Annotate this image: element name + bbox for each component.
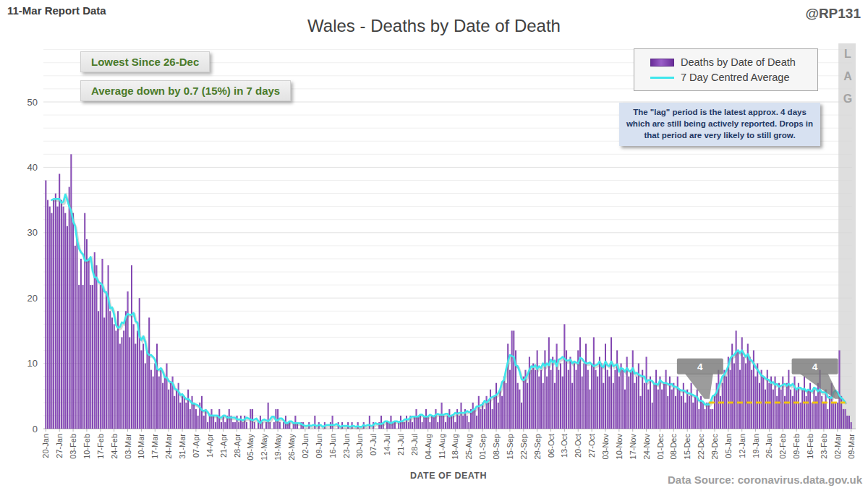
svg-text:28-Apr: 28-Apr: [233, 434, 242, 458]
annotation-lowest-since: Lowest Since 26-Dec: [80, 51, 210, 72]
svg-text:40: 40: [27, 162, 38, 173]
svg-text:22-Sep: 22-Sep: [519, 434, 528, 459]
svg-text:30-Jun: 30-Jun: [355, 434, 364, 458]
svg-text:0: 0: [33, 424, 38, 435]
svg-text:29-Sep: 29-Sep: [533, 434, 542, 459]
svg-text:17-Feb: 17-Feb: [96, 434, 105, 459]
svg-text:16-Jun: 16-Jun: [328, 434, 337, 458]
svg-text:10-Nov: 10-Nov: [615, 434, 624, 460]
svg-text:01-Sep: 01-Sep: [478, 434, 487, 459]
svg-text:31-Mar: 31-Mar: [178, 434, 187, 459]
svg-text:19-May: 19-May: [273, 434, 282, 461]
svg-text:21-Apr: 21-Apr: [219, 434, 228, 458]
svg-text:15-Sep: 15-Sep: [506, 434, 514, 459]
svg-text:26-Jan: 26-Jan: [765, 434, 773, 458]
svg-text:07-Jul: 07-Jul: [369, 434, 378, 455]
svg-text:02-Feb: 02-Feb: [778, 434, 787, 459]
lag-band-label: L A G: [840, 48, 856, 106]
svg-text:08-Sep: 08-Sep: [492, 434, 501, 459]
svg-text:09-Feb: 09-Feb: [792, 434, 801, 459]
svg-text:02-Jun: 02-Jun: [301, 434, 310, 458]
svg-text:17-Mar: 17-Mar: [150, 434, 159, 459]
svg-text:21-Jul: 21-Jul: [396, 434, 405, 455]
report-date-label: 11-Mar Report Data: [7, 4, 106, 17]
line-swatch-icon: [650, 77, 674, 79]
svg-text:02-Mar: 02-Mar: [833, 434, 842, 459]
svg-text:16-Feb: 16-Feb: [806, 434, 814, 459]
svg-text:10-Mar: 10-Mar: [137, 434, 145, 459]
svg-text:03-Feb: 03-Feb: [69, 434, 77, 459]
svg-text:23-Feb: 23-Feb: [820, 434, 828, 459]
svg-text:24-Nov: 24-Nov: [642, 434, 651, 460]
svg-text:01-Dec: 01-Dec: [656, 434, 665, 460]
bar-swatch-icon: [650, 59, 674, 67]
svg-text:22-Dec: 22-Dec: [697, 434, 705, 460]
svg-text:20: 20: [27, 293, 38, 304]
svg-text:12-Jan: 12-Jan: [738, 434, 746, 458]
svg-text:26-May: 26-May: [287, 434, 296, 461]
svg-text:06-Oct: 06-Oct: [547, 434, 556, 458]
svg-text:11-Aug: 11-Aug: [438, 434, 446, 459]
svg-text:18-Aug: 18-Aug: [451, 434, 459, 459]
svg-text:09-Mar: 09-Mar: [847, 434, 856, 459]
legend-label: 7 Day Centred Average: [681, 72, 789, 83]
svg-text:10: 10: [27, 358, 38, 369]
svg-text:25-Aug: 25-Aug: [464, 434, 473, 459]
svg-text:15-Dec: 15-Dec: [683, 434, 692, 460]
svg-text:04-Aug: 04-Aug: [424, 434, 433, 459]
svg-text:05-May: 05-May: [246, 434, 255, 461]
svg-text:4: 4: [812, 361, 818, 372]
author-handle: @RP131: [805, 6, 861, 22]
svg-text:09-Jun: 09-Jun: [315, 434, 323, 458]
svg-text:4: 4: [697, 361, 703, 372]
legend-item-deaths: Deaths by Date of Death: [650, 56, 817, 68]
svg-text:03-Nov: 03-Nov: [601, 434, 610, 460]
svg-text:23-Jun: 23-Jun: [342, 434, 351, 458]
annotation-average-change: Average down by 0.7 (15%) in 7 days: [80, 80, 291, 101]
svg-text:24-Mar: 24-Mar: [164, 434, 173, 459]
lag-explanation-note: The "lag" period is the latest approx. 4…: [619, 103, 820, 146]
svg-text:13-Oct: 13-Oct: [560, 434, 569, 458]
lag-letter: A: [843, 70, 852, 83]
svg-text:24-Feb: 24-Feb: [110, 434, 119, 459]
svg-text:27-Jan: 27-Jan: [55, 434, 64, 458]
svg-text:03-Mar: 03-Mar: [124, 434, 132, 459]
svg-text:27-Oct: 27-Oct: [587, 434, 596, 458]
lag-letter: L: [844, 48, 851, 61]
legend-item-average: 7 Day Centred Average: [650, 72, 817, 83]
svg-text:20-Jan: 20-Jan: [41, 434, 50, 458]
svg-text:30: 30: [27, 227, 38, 238]
svg-text:20-Oct: 20-Oct: [574, 434, 582, 458]
svg-text:14-Jul: 14-Jul: [383, 434, 391, 455]
lag-letter: G: [843, 93, 852, 106]
page-title: Wales - Deaths by Date of Death: [0, 16, 868, 36]
legend-label: Deaths by Date of Death: [681, 56, 796, 68]
data-source-label: Data Source: coronavirus.data.gov.uk: [668, 474, 862, 486]
svg-text:29-Dec: 29-Dec: [710, 434, 719, 460]
svg-text:05-Jan: 05-Jan: [724, 434, 733, 458]
svg-text:50: 50: [27, 97, 38, 108]
svg-text:08-Dec: 08-Dec: [669, 434, 678, 460]
chart-page: 4420-Jan27-Jan03-Feb10-Feb17-Feb24-Feb03…: [0, 0, 868, 488]
svg-text:12-May: 12-May: [260, 434, 268, 461]
svg-text:28-Jul: 28-Jul: [410, 434, 419, 455]
svg-text:17-Nov: 17-Nov: [629, 434, 637, 460]
legend: Deaths by Date of Death 7 Day Centred Av…: [634, 48, 818, 91]
svg-text:07-Apr: 07-Apr: [192, 434, 200, 458]
svg-text:10-Feb: 10-Feb: [82, 434, 91, 459]
svg-text:19-Jan: 19-Jan: [752, 434, 760, 458]
svg-text:14-Apr: 14-Apr: [205, 434, 214, 458]
